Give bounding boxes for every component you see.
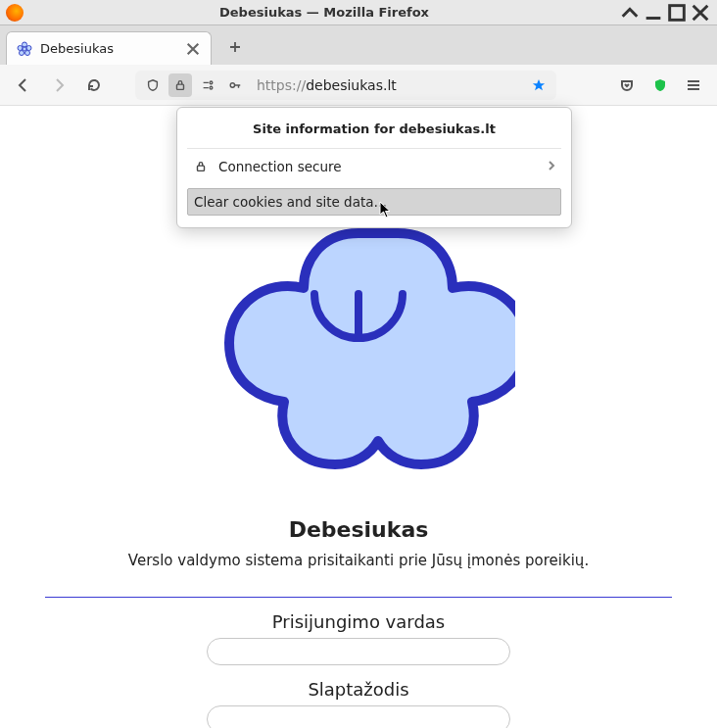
url-prefix: https:// <box>257 77 306 93</box>
tab-label: Debesiukas <box>40 41 177 56</box>
new-tab-button[interactable] <box>221 33 249 61</box>
tab-strip: Debesiukas <box>0 25 717 65</box>
site-info-popup: Site information for debesiukas.lt Conne… <box>176 107 572 228</box>
svg-point-4 <box>20 50 24 55</box>
mouse-cursor <box>379 201 393 221</box>
popup-clear-label: Clear cookies and site data… <box>194 194 554 210</box>
tab-favicon <box>17 41 32 57</box>
window-title: Debesiukas — Mozilla Firefox <box>31 5 617 20</box>
svg-point-1 <box>23 42 27 47</box>
window-maximize[interactable] <box>666 3 688 23</box>
popup-row-clear-data[interactable]: Clear cookies and site data… <box>187 188 561 216</box>
permissions-icon[interactable] <box>196 73 219 97</box>
svg-point-3 <box>25 50 30 55</box>
toolbar: https://debesiukas.lt <box>0 65 717 106</box>
app-menu-icon[interactable] <box>680 72 707 99</box>
pocket-icon[interactable] <box>613 72 641 99</box>
window-close[interactable] <box>690 3 711 23</box>
lock-icon[interactable] <box>168 73 192 97</box>
svg-point-5 <box>18 45 23 50</box>
popup-connection-label: Connection secure <box>218 159 546 174</box>
bookmark-star-icon[interactable] <box>527 73 550 97</box>
svg-rect-0 <box>670 5 685 20</box>
key-icon[interactable] <box>223 73 247 97</box>
popup-row-connection[interactable]: Connection secure <box>177 149 571 184</box>
back-button[interactable] <box>10 72 37 99</box>
svg-point-8 <box>210 81 213 84</box>
divider <box>45 597 672 598</box>
svg-point-6 <box>23 47 26 51</box>
username-label: Prisijungimo vardas <box>0 611 717 632</box>
svg-point-9 <box>210 86 213 89</box>
chevron-right-icon <box>546 159 557 174</box>
svg-point-10 <box>230 82 234 86</box>
password-input[interactable] <box>207 705 510 728</box>
url-bar[interactable]: https://debesiukas.lt <box>135 71 556 100</box>
window-minimize[interactable] <box>643 3 664 23</box>
reload-button[interactable] <box>80 72 108 99</box>
forward-button[interactable] <box>45 72 72 99</box>
username-input[interactable] <box>207 638 510 665</box>
lock-icon <box>191 160 211 173</box>
firefox-icon <box>6 4 24 22</box>
window-show-desktop[interactable] <box>619 3 641 23</box>
tab-active[interactable]: Debesiukas <box>6 31 212 65</box>
svg-point-2 <box>26 45 31 50</box>
url-text[interactable]: https://debesiukas.lt <box>251 77 523 93</box>
window-titlebar: Debesiukas — Mozilla Firefox <box>0 0 717 25</box>
url-domain: debesiukas.lt <box>306 77 397 93</box>
shield-icon[interactable] <box>141 73 165 97</box>
svg-rect-11 <box>198 166 205 170</box>
security-shield-icon[interactable] <box>646 72 674 99</box>
popup-title: Site information for debesiukas.lt <box>177 118 571 148</box>
brand-title: Debesiukas <box>0 517 717 542</box>
brand-logo <box>0 214 717 488</box>
svg-rect-7 <box>177 84 184 89</box>
password-label: Slaptažodis <box>0 679 717 700</box>
tab-close-icon[interactable] <box>185 41 201 57</box>
brand-subtitle: Verslo valdymo sistema prisitaikanti pri… <box>0 552 717 569</box>
